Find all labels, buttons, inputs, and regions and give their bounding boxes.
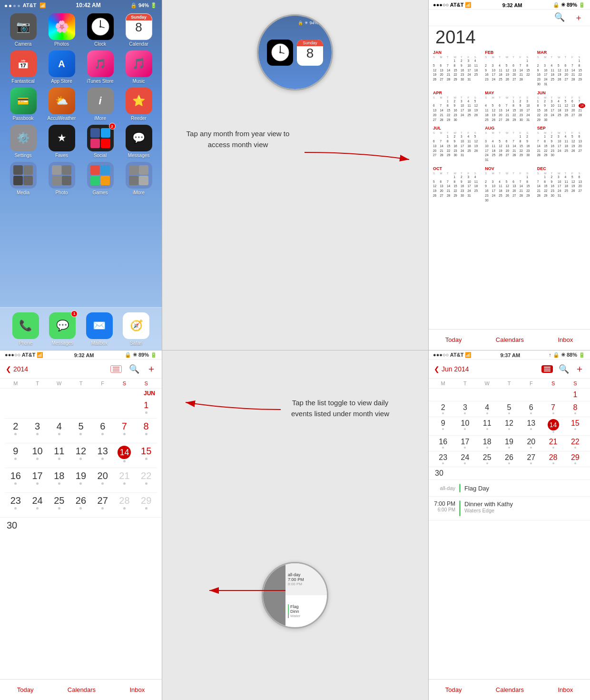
month-nov[interactable]: NOV SMTWTFS 1 2345678 9101112131415 1617… (485, 166, 533, 203)
app-photos[interactable]: 🌸 Photos (44, 13, 79, 47)
tab-calendars-events[interactable]: Calendars (496, 686, 524, 693)
app-imore2[interactable]: iMore (121, 162, 156, 195)
month-header: ❮ 2014 🔍 ＋ (0, 360, 162, 379)
app-fantastical[interactable]: 📅 Fantastical (6, 50, 40, 84)
horizontal-sep (0, 350, 590, 350)
zoom-circle-bottom: all-day 7:00 PM 8:00 PM Flag Dinn Water (262, 562, 328, 629)
back-to-year[interactable]: ❮ 2014 (6, 365, 28, 373)
back-year-events[interactable]: ❮ Jun 2014 (434, 365, 469, 373)
tab-inbox-year[interactable]: Inbox (558, 336, 573, 343)
search-icon-events[interactable]: 🔍 (559, 364, 569, 374)
month-name-banner: JUN (0, 389, 162, 398)
dock-safari[interactable]: 🧭 Safari (123, 312, 149, 346)
status-bar-year: ●●●○○ AT&T 📶 9:32 AM 🔒 ✳ 89% 🔋 (428, 0, 590, 10)
search-icon[interactable]: 🔍 (554, 12, 565, 23)
search-icon-month[interactable]: 🔍 (129, 364, 139, 374)
app-accuweather[interactable]: ⛅ AccuWeather (44, 88, 79, 121)
app-reeder[interactable]: ⭐ Reeder (121, 88, 156, 121)
dock-messages[interactable]: 💬 1 Messages (49, 312, 76, 346)
tab-calendars-month[interactable]: Calendars (68, 686, 96, 693)
dock-mailbox[interactable]: ✉️ Mailbox (86, 312, 113, 346)
app-calendar[interactable]: Sunday 8 Calendar (121, 13, 156, 47)
year-tab-bar: Today Calendars Inbox (428, 329, 590, 350)
cal-week-5: 23 24 25 26 27 28 29 (0, 492, 162, 517)
arrow-tap-list (162, 379, 428, 436)
svg-point-3 (99, 26, 101, 28)
status-bar-home: AT&T 📶 10:42 AM 🔒 94% 🔋 (0, 0, 162, 10)
app-games[interactable]: Games (83, 162, 118, 195)
tab-inbox-events[interactable]: Inbox (558, 686, 573, 693)
tab-today-month[interactable]: Today (17, 686, 34, 693)
cal-week-1: 1 (0, 398, 162, 418)
app-social[interactable]: 2 Social (83, 125, 118, 158)
home-screen-phone: AT&T 📶 10:42 AM 🔒 94% 🔋 📷 Camera 🌸 Photo… (0, 0, 162, 350)
zoom-circle-top: 🔒 ✳ 94% 🔋 Sunday 8 (257, 14, 333, 90)
cal-week-4: 16 17 18 19 20 21 22 (0, 468, 162, 492)
year-months-grid: JAN SMTWTFS 1234 567891011 1213141516171… (428, 50, 590, 202)
month-jan[interactable]: JAN SMTWTFS 1234 567891011 1213141516171… (433, 50, 481, 87)
app-music[interactable]: 🎵 Music (121, 50, 156, 84)
events-month-header: ❮ Jun 2014 🔍 ＋ (428, 360, 590, 379)
add-event-events[interactable]: ＋ (575, 362, 584, 375)
app-itunes[interactable]: 🎵 iTunes Store (83, 50, 118, 84)
events-weekday-headers: M T W T F S S (428, 379, 590, 389)
month-feb[interactable]: FEB SMTWTFS 1 2345678 9101112131415 1617… (485, 50, 533, 87)
app-passbook[interactable]: 💳 Passbook (6, 88, 40, 121)
add-event-icon[interactable]: ＋ (574, 12, 583, 23)
events-tab-bar: Today Calendars Inbox (428, 679, 590, 700)
app-messages-icon[interactable]: 💬 Messages (121, 125, 156, 158)
dock: 📞 Phone 💬 1 Messages ✉️ Mailbox 🧭 Safari (0, 307, 162, 350)
year-cal-toolbar: 🔍 ＋ (428, 10, 590, 26)
arrow-tap-month (162, 129, 428, 186)
app-photo[interactable]: Photo (44, 162, 79, 195)
month-calendar-phone: ●●●○○ AT&T 📶 9:32 AM 🔒 ✳ 89% 🔋 ❮ 2014 🔍 … (0, 350, 162, 700)
tab-inbox-month[interactable]: Inbox (129, 686, 145, 693)
cal-day-30: 30 (0, 517, 162, 533)
month-oct[interactable]: OCT SMTWTFS 1234 567891011 1213141516171… (433, 166, 481, 203)
app-imore[interactable]: i iMore (83, 88, 118, 121)
month-tab-bar: Today Calendars Inbox (0, 679, 162, 700)
month-jul[interactable]: JUL SMTWTFS 12345 6789101112 13141516171… (433, 126, 481, 162)
month-may[interactable]: MAY SMTWTFS 123 45678910 11121314151617 … (485, 90, 533, 122)
list-toggle-active[interactable] (541, 365, 553, 373)
event-allday-flagday[interactable]: all-day Flag Day (428, 480, 590, 497)
list-toggle-icon[interactable] (110, 365, 122, 373)
app-clock[interactable]: Clock (83, 13, 118, 47)
year-title: 2014 (428, 26, 590, 50)
cal-week-3: 9 10 11 12 13 14 15 (0, 443, 162, 468)
month-sep[interactable]: SEP SMTWTFS 123456 78910111213 141516171… (537, 126, 585, 162)
tab-today-year[interactable]: Today (445, 336, 462, 343)
time-home: 10:42 AM (76, 2, 101, 9)
month-jun[interactable]: JUN SMTWTFS 1234567 891011121314 1516171… (537, 90, 585, 122)
dock-phone[interactable]: 📞 Phone (12, 312, 39, 346)
status-bar-events: ●●●○○ AT&T 📶 9:37 AM ↑ 🔒 ✳ 88% 🔋 (428, 350, 590, 360)
svg-point-7 (279, 51, 281, 53)
carrier-home: AT&T 📶 (5, 2, 46, 9)
app-camera[interactable]: 📷 Camera (6, 13, 40, 47)
month-aug[interactable]: AUG SMTWTFS 12 3456789 10111213141516 17… (485, 126, 533, 162)
cal-week-2: 2 3 4 5 6 7 8 (0, 418, 162, 443)
app-media[interactable]: Media (6, 162, 40, 195)
clock-label: Clock (94, 41, 106, 47)
month-events-phone: ●●●○○ AT&T 📶 9:37 AM ↑ 🔒 ✳ 88% 🔋 ❮ Jun 2… (428, 350, 590, 700)
top-annotation-area: 🔒 ✳ 94% 🔋 Sunday 8 (162, 0, 428, 350)
tab-today-events[interactable]: Today (445, 686, 462, 693)
battery-home: 🔒 94% 🔋 (130, 2, 157, 9)
month-mar[interactable]: MAR SMTWTFS 1 2345678 9101112131415 1617… (537, 50, 585, 87)
weekday-headers: M T W T F S S (0, 379, 162, 389)
tab-calendars-year[interactable]: Calendars (496, 336, 524, 343)
app-appstore[interactable]: A App Store (44, 50, 79, 84)
month-dec[interactable]: DEC SMTWTFS 123456 78910111213 141516171… (537, 166, 585, 203)
bottom-annotation-area: all-day 7:00 PM 8:00 PM Flag Dinn Water … (162, 350, 428, 700)
event-dinner-kathy[interactable]: 7:00 PM 6:00 PM Dinner with Kathy Waters… (428, 497, 590, 520)
app-faves[interactable]: ★ Faves (44, 125, 79, 158)
year-calendar-phone: ●●●○○ AT&T 📶 9:32 AM 🔒 ✳ 89% 🔋 🔍 ＋ 2014 … (428, 0, 590, 350)
status-bar-month: ●●●○○ AT&T 📶 9:32 AM 🔒 ✳ 89% 🔋 (0, 350, 162, 360)
app-settings[interactable]: ⚙️ Settings (6, 125, 40, 158)
month-apr[interactable]: APR SMTWTFS 12345 6789101112 13141516171… (433, 90, 481, 122)
add-event-month[interactable]: ＋ (147, 362, 156, 375)
